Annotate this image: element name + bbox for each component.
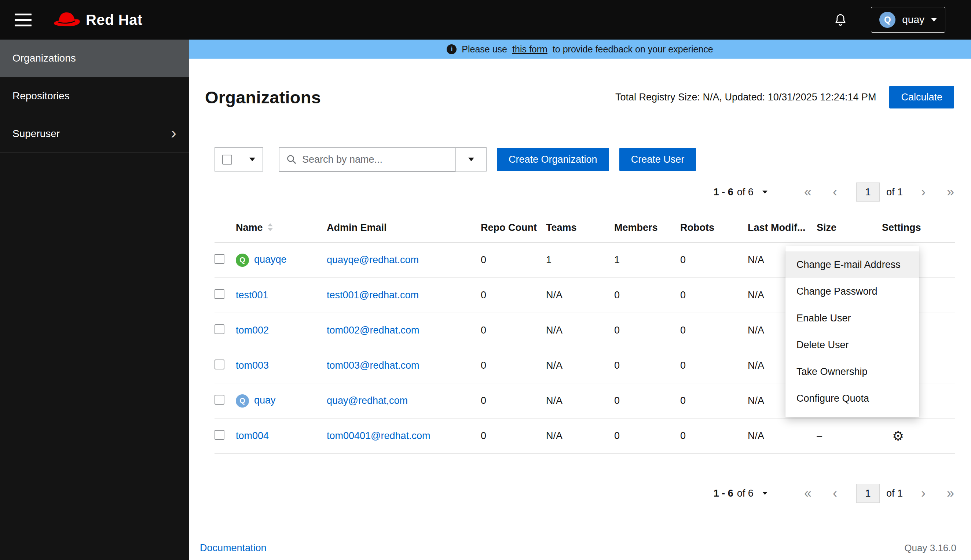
user-avatar: Q — [879, 12, 896, 28]
last-page-button[interactable]: » — [947, 487, 954, 500]
sidebar-item-repositories[interactable]: Repositories — [0, 77, 189, 115]
hamburger-menu-icon[interactable] — [15, 13, 32, 27]
teams-cell: N/A — [546, 383, 614, 418]
repo-count-cell: 0 — [481, 383, 546, 418]
menu-item-change-e-mail-address[interactable]: Change E-mail Address — [786, 252, 919, 278]
th-size: Size — [817, 215, 882, 243]
page-count-label: of 1 — [886, 187, 903, 198]
next-page-button[interactable]: › — [921, 185, 926, 198]
sidebar-item-superuser[interactable]: Superuser› — [0, 115, 189, 153]
org-name-link[interactable]: tom002 — [236, 325, 269, 336]
pagination-range-bold: 1 - 6 — [714, 488, 733, 499]
th-checkbox-spacer — [215, 215, 236, 243]
sidebar-item-label: Superuser — [12, 128, 60, 140]
th-teams: Teams — [546, 215, 614, 243]
org-name-link[interactable]: quayqe — [254, 254, 287, 265]
admin-email-link[interactable]: tom002@redhat.com — [327, 325, 419, 336]
row-checkbox[interactable] — [215, 430, 224, 440]
menu-item-delete-user[interactable]: Delete User — [786, 332, 919, 358]
pagination-range-suffix: of 6 — [737, 488, 754, 499]
calculate-button[interactable]: Calculate — [889, 86, 954, 108]
user-actions-menu: Change E-mail AddressChange PasswordEnab… — [786, 246, 919, 417]
feedback-form-link[interactable]: this form — [512, 44, 547, 55]
brand-wordmark: Red Hat — [86, 12, 143, 28]
robots-cell: 0 — [680, 348, 748, 383]
members-cell: 0 — [614, 348, 680, 383]
sidebar-item-organizations[interactable]: Organizations — [0, 40, 189, 77]
footer: Documentation Quay 3.16.0 — [189, 536, 971, 560]
menu-item-enable-user[interactable]: Enable User — [786, 305, 919, 332]
teams-cell: N/A — [546, 348, 614, 383]
admin-email-link[interactable]: tom003@redhat.com — [327, 360, 419, 371]
bulk-select-caret-icon[interactable] — [249, 158, 255, 161]
pagination-range-suffix: of 6 — [737, 187, 754, 198]
chevron-right-icon: › — [171, 124, 176, 141]
th-name[interactable]: Name — [236, 215, 327, 243]
prev-page-button[interactable]: ‹ — [833, 487, 837, 500]
org-name-link[interactable]: quay — [254, 395, 276, 406]
create-user-button[interactable]: Create User — [619, 148, 696, 171]
bulk-select-dropdown[interactable] — [215, 147, 263, 172]
admin-email-link[interactable]: tom00401@redhat.com — [327, 430, 430, 441]
sidebar-item-label: Organizations — [12, 52, 76, 64]
org-name-link[interactable]: tom004 — [236, 430, 269, 441]
org-avatar: Q — [236, 253, 249, 267]
last-modified-cell: N/A — [748, 418, 817, 454]
table-header-row: Name Admin Email Repo Count Teams Member… — [215, 215, 955, 243]
page-number-input[interactable] — [856, 183, 880, 202]
repo-count-cell: 0 — [481, 243, 546, 278]
search-input[interactable] — [302, 154, 449, 165]
search-icon — [286, 154, 297, 165]
table-row: tom004 tom00401@redhat.com 0 N/A 0 0 N/A… — [215, 418, 955, 454]
pagination-range-bold: 1 - 6 — [714, 187, 733, 198]
menu-item-configure-quota[interactable]: Configure Quota — [786, 385, 919, 412]
documentation-link[interactable]: Documentation — [200, 542, 267, 554]
banner-text-before: Please use — [462, 44, 507, 55]
org-name-link[interactable]: test001 — [236, 290, 269, 300]
page-number-input[interactable] — [856, 484, 880, 503]
teams-cell: 1 — [546, 243, 614, 278]
row-checkbox[interactable] — [215, 289, 224, 299]
prev-page-button[interactable]: ‹ — [833, 185, 837, 198]
row-checkbox[interactable] — [215, 360, 224, 370]
user-menu[interactable]: Q quay — [871, 7, 945, 33]
last-page-button[interactable]: » — [947, 185, 954, 198]
app-root: Red Hat Q quay OrganizationsRepositories… — [0, 0, 971, 560]
per-page-dropdown[interactable]: 1 - 6 of 6 — [714, 488, 767, 499]
first-page-button[interactable]: « — [804, 185, 811, 198]
masthead: Red Hat Q quay — [0, 0, 971, 40]
search-filter-caret-button[interactable] — [456, 147, 487, 172]
repo-count-cell: 0 — [481, 313, 546, 348]
org-name-link[interactable]: tom003 — [236, 360, 269, 371]
sidebar-nav: OrganizationsRepositoriesSuperuser› — [0, 40, 189, 560]
menu-item-take-ownership[interactable]: Take Ownership — [786, 358, 919, 385]
admin-email-link[interactable]: test001@redhat.com — [327, 290, 419, 300]
chevron-down-icon — [931, 18, 937, 22]
per-page-dropdown[interactable]: 1 - 6 of 6 — [714, 187, 767, 198]
first-page-button[interactable]: « — [804, 487, 811, 500]
search-group — [279, 147, 487, 172]
members-cell: 0 — [614, 418, 680, 454]
repo-count-cell: 0 — [481, 418, 546, 454]
menu-item-change-password[interactable]: Change Password — [786, 278, 919, 305]
members-cell: 0 — [614, 383, 680, 418]
admin-email-link[interactable]: quayqe@redhat.com — [327, 254, 419, 265]
notifications-bell-icon[interactable] — [834, 13, 848, 27]
row-checkbox[interactable] — [215, 324, 224, 334]
pagination-top: 1 - 6 of 6 « ‹ of 1 › » — [215, 183, 954, 202]
teams-cell: N/A — [546, 313, 614, 348]
row-checkbox[interactable] — [215, 254, 224, 264]
create-organization-button[interactable]: Create Organization — [497, 148, 609, 171]
row-checkbox[interactable] — [215, 395, 224, 405]
sort-icon[interactable] — [267, 223, 273, 232]
page-title: Organizations — [205, 87, 321, 107]
robots-cell: 0 — [680, 243, 748, 278]
search-box — [279, 147, 456, 172]
settings-gear-icon[interactable]: ⚙ — [882, 428, 904, 444]
next-page-button[interactable]: › — [921, 487, 926, 500]
th-robots: Robots — [680, 215, 748, 243]
admin-email-link[interactable]: quay@redhat,com — [327, 395, 408, 406]
registry-size-text: Total Registry Size: N/A, Updated: 10/31… — [615, 92, 876, 103]
select-all-checkbox[interactable] — [222, 155, 232, 165]
robots-cell: 0 — [680, 418, 748, 454]
